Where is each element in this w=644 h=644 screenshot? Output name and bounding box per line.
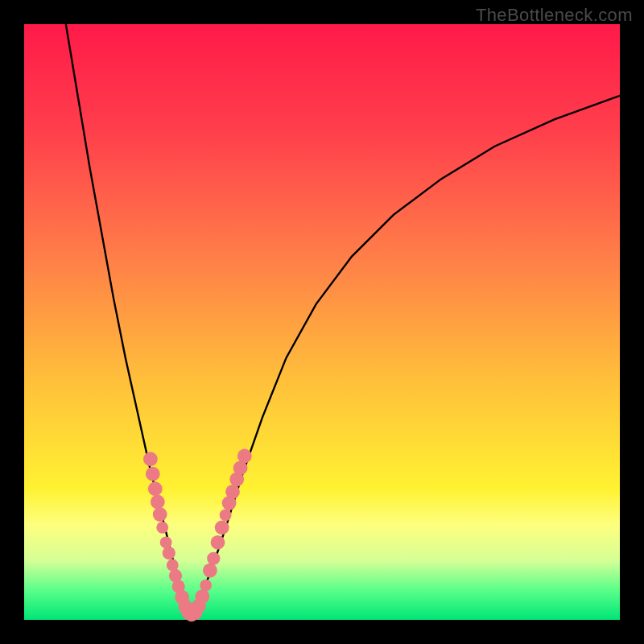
plot-area: [24, 24, 620, 620]
data-marker: [215, 520, 229, 535]
data-marker: [163, 547, 175, 559]
data-marker: [207, 552, 220, 565]
data-marker: [160, 536, 172, 548]
curve-right: [190, 96, 620, 614]
data-marker: [167, 559, 179, 572]
curve-left: [66, 24, 190, 614]
data-marker: [203, 564, 217, 578]
data-marker: [237, 449, 252, 464]
data-marker: [211, 535, 225, 550]
data-marker: [195, 589, 209, 604]
watermark-text: TheBottleneck.com: [476, 5, 633, 26]
data-marker: [153, 507, 167, 522]
data-marker: [146, 467, 160, 481]
data-marker: [143, 452, 158, 466]
marker-group: [143, 449, 252, 622]
data-marker: [220, 509, 232, 521]
chart-svg: [24, 24, 620, 620]
data-marker: [225, 485, 240, 499]
data-marker: [200, 580, 212, 592]
curve-group: [66, 24, 620, 614]
data-marker: [151, 495, 165, 510]
data-marker: [156, 522, 168, 534]
outer-frame: TheBottleneck.com: [0, 0, 644, 644]
data-marker: [148, 481, 163, 496]
